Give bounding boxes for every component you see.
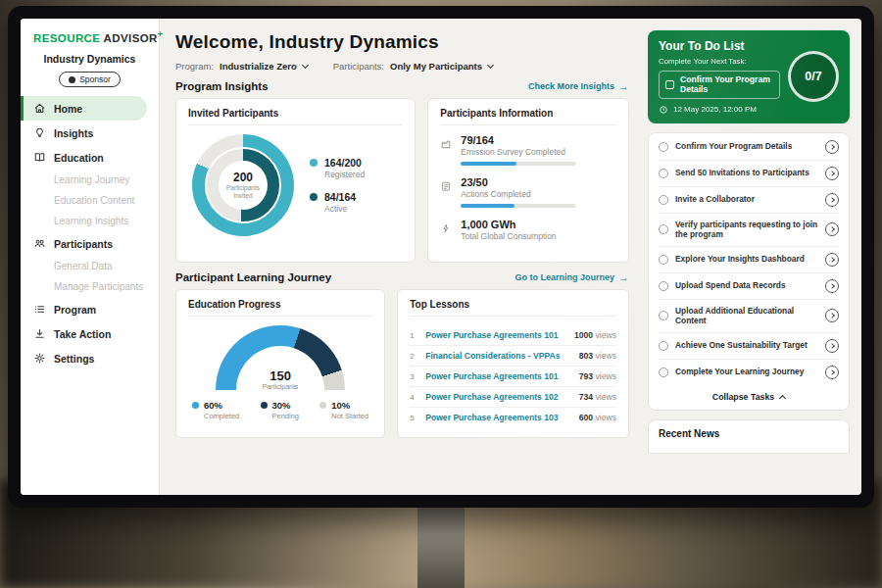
sponsor-badge-label: Sponsor: [79, 74, 111, 84]
chevron-right-icon[interactable]: [825, 309, 839, 322]
gear-icon: [33, 352, 46, 365]
next-task[interactable]: Confirm Your Program Details: [659, 71, 780, 99]
lesson-row: 2 Financial Considerations - VPPAs 803 v…: [410, 346, 616, 367]
check-more-insights-link[interactable]: Check More Insights →: [528, 81, 629, 92]
task-row[interactable]: Confirm Your Program Details: [659, 134, 839, 161]
lightbulb-icon: [33, 126, 46, 139]
sidebar-item-manage-participants[interactable]: Manage Participants: [21, 276, 159, 297]
checkbox-icon[interactable]: [659, 281, 668, 291]
app-logo: RESOURCE ADVISOR+: [21, 29, 159, 44]
lesson-row: 1 Power Purchase Agreements 101 1000 vie…: [410, 325, 616, 346]
sidebar-item-label: Insights: [54, 127, 93, 139]
checkbox-icon[interactable]: [659, 255, 668, 265]
bolt-icon: [440, 220, 452, 232]
checkbox-icon[interactable]: [659, 368, 668, 377]
lesson-link[interactable]: Financial Considerations - VPPAs: [425, 351, 571, 361]
not-started-label: Not Started: [331, 412, 368, 420]
task-row[interactable]: Upload Spend Data Records: [659, 273, 839, 300]
chevron-right-icon[interactable]: [825, 222, 839, 236]
task-label: Achieve One Sustainability Target: [675, 340, 818, 351]
chevron-right-icon[interactable]: [825, 339, 839, 353]
checkbox-icon[interactable]: [659, 341, 668, 351]
chevron-right-icon[interactable]: [825, 279, 839, 293]
sidebar-item-label: Participants: [54, 238, 113, 250]
task-row[interactable]: Explore Your Insights Dashboard: [659, 247, 839, 273]
sidebar-item-learning-insights[interactable]: Learning Insights: [21, 211, 159, 231]
task-label: Upload Additional Educational Content: [675, 306, 818, 326]
active-value: 84/164: [324, 191, 356, 203]
consumption-label: Total Global Consumption: [461, 231, 556, 241]
emission-survey-progressbar: [461, 162, 576, 166]
checkbox-icon[interactable]: [659, 142, 668, 152]
chevron-right-icon[interactable]: [825, 167, 839, 180]
checkbox-icon[interactable]: [659, 224, 668, 234]
next-task-due: 12 May 2025, 12:00 PM: [659, 105, 780, 115]
sidebar-item-education[interactable]: Education: [21, 145, 159, 170]
task-row[interactable]: Achieve One Sustainability Target: [659, 333, 839, 360]
chevron-right-icon[interactable]: [825, 140, 839, 154]
collapse-tasks-button[interactable]: Collapse Tasks: [659, 385, 839, 408]
emission-survey-label: Emission Survey Completed: [461, 147, 576, 157]
invited-participants-card: Invited Participants 200 Participants In…: [175, 98, 416, 263]
completed-label: Completed: [204, 412, 239, 420]
next-task-due-label: 12 May 2025, 12:00 PM: [673, 105, 757, 114]
sidebar-item-settings[interactable]: Settings: [21, 346, 159, 370]
program-insights-title: Program Insights: [175, 80, 269, 92]
next-task-label: Confirm Your Program Details: [680, 74, 773, 95]
chevron-right-icon[interactable]: [825, 366, 839, 379]
education-progress-card: Education Progress 150 Participants: [175, 289, 385, 438]
home-icon: [33, 102, 46, 115]
gauge-center-label: Participants: [216, 383, 345, 390]
legend-registered: 164/200 Registered: [310, 157, 365, 179]
download-action-icon: [33, 327, 46, 340]
participants-filter[interactable]: Participants: Only My Participants: [333, 61, 493, 72]
org-name: Industry Dynamics: [21, 53, 159, 65]
clock-icon: [659, 105, 668, 115]
participants-filter-label: Participants:: [333, 61, 384, 72]
lesson-link[interactable]: Power Purchase Agreements 103: [425, 413, 571, 422]
sidebar-item-general-data[interactable]: General Data: [21, 256, 159, 276]
legend-not-started: 10% Not Started: [319, 400, 368, 420]
pending-dot-icon: [261, 402, 268, 409]
sidebar-item-take-action[interactable]: Take Action: [21, 321, 159, 346]
sidebar-item-label: Settings: [54, 353, 94, 365]
lesson-rank: 4: [410, 393, 417, 402]
chevron-right-icon[interactable]: [825, 193, 839, 207]
registered-label: Registered: [324, 170, 365, 179]
sidebar-item-learning-journey[interactable]: Learning Journey: [21, 170, 159, 190]
donut-center-value: 200: [233, 171, 253, 184]
task-row[interactable]: Upload Additional Educational Content: [659, 300, 839, 333]
sidebar-item-home[interactable]: Home: [21, 96, 147, 121]
checkbox-icon[interactable]: [659, 195, 668, 205]
todo-subtitle: Complete Your Next Task:: [659, 57, 780, 66]
todo-summary-card: Your To Do List Complete Your Next Task:…: [648, 30, 850, 123]
task-row[interactable]: Send 50 Invitations to Participants: [659, 161, 839, 187]
sidebar-item-label: Program: [54, 304, 96, 316]
sidebar-item-label: Education: [54, 152, 104, 164]
arrow-right-icon: →: [618, 81, 629, 92]
sidebar-item-program[interactable]: Program: [21, 297, 159, 321]
sidebar-item-insights[interactable]: Insights: [21, 121, 159, 145]
participants-information-title: Participants Information: [440, 108, 616, 125]
todo-progress-ring: 0/7: [788, 51, 839, 102]
arrow-right-icon: →: [618, 272, 629, 283]
lesson-link[interactable]: Power Purchase Agreements 102: [425, 392, 571, 402]
program-filter-label: Program:: [175, 61, 214, 72]
lesson-link[interactable]: Power Purchase Agreements 101: [425, 371, 571, 381]
checkbox-icon[interactable]: [659, 311, 668, 320]
top-lessons-title: Top Lessons: [410, 299, 616, 317]
checkbox-icon[interactable]: [659, 169, 668, 178]
chevron-right-icon[interactable]: [825, 253, 839, 267]
sidebar-item-participants[interactable]: Participants: [21, 231, 159, 256]
go-to-learning-journey-link[interactable]: Go to Learning Journey →: [514, 272, 629, 283]
task-row[interactable]: Complete Your Learning Journey: [659, 360, 839, 385]
task-row[interactable]: Invite a Collaborator: [659, 187, 839, 214]
sidebar-item-education-content[interactable]: Education Content: [21, 190, 159, 211]
program-filter[interactable]: Program: Industrialize Zero: [175, 61, 308, 72]
checkbox-icon[interactable]: [665, 80, 674, 89]
lesson-link[interactable]: Power Purchase Agreements 101: [425, 330, 566, 340]
actions-completed-row: 23/50 Actions Completed: [440, 176, 616, 208]
task-row[interactable]: Verify participants requesting to join t…: [659, 214, 839, 247]
participants-filter-value: Only My Participants: [390, 61, 482, 72]
completed-value: 60%: [204, 400, 239, 411]
